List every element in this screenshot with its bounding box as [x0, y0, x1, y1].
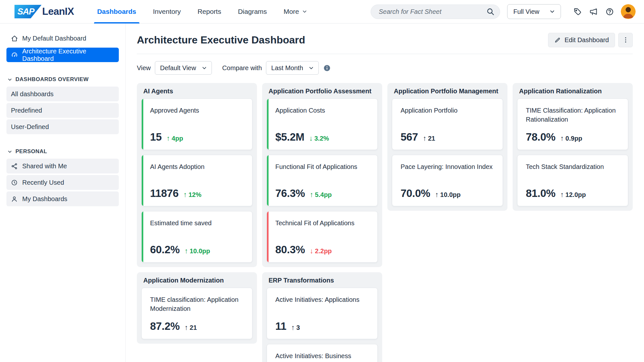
- kpi-delta-value: 4pp: [172, 135, 183, 142]
- sidebar-item-default-dashboard[interactable]: My Default Dashboard: [6, 31, 119, 46]
- dashboard-menu-button[interactable]: [618, 33, 633, 47]
- kpi-metric-row: 15 ↑ 4pp: [150, 131, 244, 143]
- dashboard-grid: AI Agents Approved Agents 15 ↑ 4pp AI Ag…: [137, 83, 633, 362]
- tag-button[interactable]: [569, 4, 585, 20]
- nav-item-inventory[interactable]: Inventory: [145, 0, 189, 23]
- kpi-card[interactable]: AI Agents Adoption 11876 ↑ 12%: [141, 155, 252, 206]
- kpi-card[interactable]: Application Portfolio 567 ↑ 21: [392, 98, 503, 150]
- kpi-value: 78.0%: [526, 131, 555, 143]
- sidebar-item-active-dashboard[interactable]: Architecture Executive Dashboard: [6, 48, 119, 62]
- nav-label: Inventory: [153, 8, 181, 15]
- sidebar-item-recently-used[interactable]: Recently Used: [6, 175, 119, 190]
- view-dropdown[interactable]: Default View: [155, 61, 212, 75]
- kpi-value: $5.2M: [275, 131, 304, 143]
- kpi-delta-value: 3: [296, 324, 300, 331]
- kpi-delta: ↑ 12%: [183, 190, 201, 199]
- kpi-value: 87.2%: [150, 320, 180, 332]
- sidebar-item-label: All dashboards: [11, 90, 53, 98]
- delta-arrow-icon: ↑: [291, 323, 295, 332]
- view-mode-select[interactable]: Full View: [507, 4, 561, 19]
- sidebar-item-label: Architecture Executive Dashboard: [22, 48, 114, 62]
- kpi-label: Approved Agents: [150, 106, 244, 115]
- kpi-label: Application Costs: [275, 106, 369, 115]
- panel-title: AI Agents: [143, 87, 252, 95]
- panel-title: Application Portfolio Management: [394, 87, 503, 95]
- chevron-down-icon: [7, 149, 13, 154]
- search-icon[interactable]: [486, 7, 495, 16]
- main-nav: Dashboards Inventory Reports Diagrams Mo…: [89, 0, 316, 23]
- kpi-label: TIME Classification: Application Rationa…: [526, 106, 620, 124]
- help-button[interactable]: [601, 4, 618, 20]
- section-header-dashboards-overview[interactable]: DASHBOARDS OVERVIEW: [7, 76, 119, 83]
- nav-item-diagrams[interactable]: Diagrams: [230, 0, 275, 23]
- delta-arrow-icon: ↑: [560, 134, 564, 143]
- info-icon[interactable]: [323, 64, 331, 72]
- kpi-value: 76.3%: [275, 187, 305, 200]
- kpi-value: 567: [401, 131, 418, 143]
- nav-item-reports[interactable]: Reports: [189, 0, 230, 23]
- kpi-card[interactable]: Technical Fit of Applications 80.3% ↓ 2.…: [267, 211, 378, 263]
- user-avatar[interactable]: [621, 4, 636, 19]
- kpi-card[interactable]: Estimated time saved 60.2% ↑ 10.0pp: [141, 211, 252, 263]
- kpi-delta: ↑ 12.0pp: [560, 190, 586, 199]
- view-dropdown-value: Default View: [160, 64, 196, 72]
- kpi-card[interactable]: TIME Classification: Application Rationa…: [517, 98, 628, 150]
- search-input[interactable]: [379, 8, 486, 15]
- kpi-label: Pace Layering: Innovation Index: [401, 162, 494, 171]
- kpi-delta: ↑ 10.0pp: [185, 247, 210, 255]
- sidebar-item-label: Shared with Me: [22, 162, 67, 170]
- kpi-card[interactable]: Active Initiatives: Business Capabilitie…: [267, 344, 378, 362]
- megaphone-icon: [589, 7, 598, 16]
- edit-dashboard-button[interactable]: Edit Dashboard: [548, 33, 615, 47]
- nav-label: Diagrams: [238, 8, 267, 15]
- sidebar-item-shared-with-me[interactable]: Shared with Me: [6, 159, 119, 173]
- kpi-card[interactable]: TIME classification: Application Moderni…: [141, 288, 252, 339]
- compare-dropdown[interactable]: Last Month: [266, 61, 319, 75]
- kpi-delta-value: 10.0pp: [190, 247, 210, 255]
- kpi-card[interactable]: Application Costs $5.2M ↓ 3.2%: [267, 98, 378, 150]
- kpi-label: Functional Fit of Applications: [275, 162, 369, 171]
- kpi-metric-row: 76.3% ↑ 5.4pp: [275, 187, 369, 200]
- top-bar: SAP LeanIX Dashboards Inventory Reports …: [0, 0, 644, 23]
- kpi-delta-value: 3.2%: [314, 135, 329, 142]
- dashboard-panel: Application Portfolio Assessment Applica…: [262, 83, 382, 267]
- kpi-value: 81.0%: [526, 187, 555, 200]
- kpi-card[interactable]: Tech Stack Standardization 81.0% ↑ 12.0p…: [517, 155, 628, 206]
- sidebar-item-my-dashboards[interactable]: My Dashboards: [6, 191, 119, 206]
- sap-leanix-logo[interactable]: SAP LeanIX: [14, 5, 74, 18]
- kpi-delta: ↑ 4pp: [166, 134, 183, 143]
- view-label: View: [137, 64, 151, 72]
- sidebar-item-all-dashboards[interactable]: All dashboards: [6, 87, 119, 101]
- kpi-card[interactable]: Functional Fit of Applications 76.3% ↑ 5…: [267, 155, 378, 206]
- nav-label: More: [284, 8, 299, 15]
- sidebar-item-predefined[interactable]: Predefined: [6, 103, 119, 118]
- sidebar-item-user-defined[interactable]: User-Defined: [6, 119, 119, 134]
- kpi-label: Estimated time saved: [150, 218, 244, 227]
- kpi-delta: ↑ 21: [423, 134, 435, 143]
- nav-item-more[interactable]: More: [275, 0, 316, 23]
- section-header-personal[interactable]: PERSONAL: [7, 148, 119, 155]
- delta-arrow-icon: ↑: [423, 134, 426, 143]
- dashboard-panel: ERP Transformations Active Initiatives: …: [262, 272, 382, 362]
- kpi-card[interactable]: Active Initiatives: Applications 11 ↑ 3: [267, 288, 378, 339]
- dashboard-controls: View Default View Compare with Last Mont…: [137, 61, 633, 75]
- nav-item-dashboards[interactable]: Dashboards: [89, 0, 145, 23]
- nav-label: Dashboards: [97, 8, 136, 15]
- kpi-label: Tech Stack Standardization: [526, 162, 620, 171]
- brand-name: LeanIX: [42, 6, 74, 17]
- announcements-button[interactable]: [585, 4, 601, 20]
- sap-logo-text: SAP: [17, 7, 34, 17]
- kpi-card[interactable]: Pace Layering: Innovation Index 70.0% ↑ …: [392, 155, 503, 206]
- delta-arrow-icon: ↑: [310, 190, 313, 199]
- chevron-down-icon: [201, 65, 207, 71]
- kpi-delta: ↑ 0.9pp: [560, 134, 582, 143]
- kpi-card[interactable]: Approved Agents 15 ↑ 4pp: [141, 98, 252, 150]
- delta-arrow-icon: ↑: [185, 247, 188, 255]
- panel-cards: Active Initiatives: Applications 11 ↑ 3 …: [267, 288, 378, 362]
- kpi-delta-value: 2.2pp: [315, 247, 332, 255]
- sidebar-item-label: My Dashboards: [22, 195, 67, 203]
- kpi-value: 15: [150, 131, 162, 143]
- edit-dashboard-label: Edit Dashboard: [564, 36, 609, 44]
- user-icon: [11, 195, 18, 202]
- panel-title: Application Modernization: [143, 276, 252, 284]
